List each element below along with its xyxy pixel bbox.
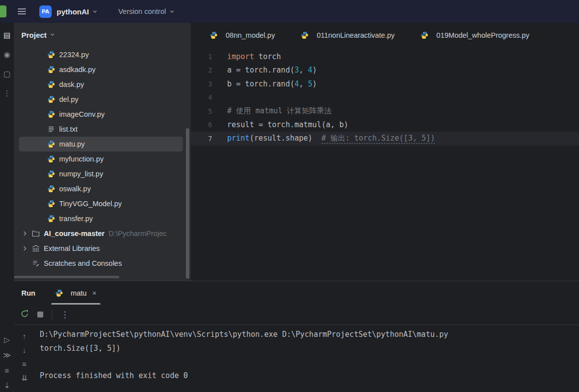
project-badge[interactable]: PA (39, 5, 52, 18)
console-line: torch.Size([3, 5]) (40, 342, 579, 356)
tree-item-label: transfer.py (59, 215, 93, 223)
soft-wrap-icon[interactable]: ≡ (22, 360, 27, 368)
editor-tab-08nn-model-py[interactable]: 08nn_model.py (197, 23, 288, 47)
chevron-right-icon[interactable] (21, 244, 32, 252)
chevron-down-icon (168, 8, 175, 15)
tree-item-label: Scratches and Consoles (44, 259, 122, 267)
more-options-icon[interactable]: ⋮ (61, 310, 69, 320)
horizontal-scrollbar[interactable] (14, 276, 119, 278)
version-control-label: Version control (118, 7, 166, 15)
text-icon (47, 125, 55, 133)
version-control-button[interactable]: Version control (118, 7, 175, 15)
tree-item-imageconv-py[interactable]: imageConv.py (14, 107, 184, 122)
toolbar-separator (52, 310, 52, 319)
project-panel-header[interactable]: Project (14, 23, 184, 47)
console-line: D:\PycharmProjectSet\pythonAI\venv\Scrip… (40, 328, 579, 342)
editor-tabs: 08nn_model.py011nonLinearactivate.py019M… (191, 23, 579, 47)
tree-item-label: dask.py (59, 80, 84, 88)
code-text: print(result.shape) # 输出: torch.Size([3,… (227, 134, 435, 143)
main-toolbar: PA pythonAI Version control (0, 0, 579, 23)
console-output[interactable]: D:\PycharmProjectSet\pythonAI\venv\Scrip… (35, 325, 579, 392)
tree-item-numpy-list-py[interactable]: numpy_list.py (14, 166, 184, 181)
close-icon[interactable]: × (92, 289, 96, 297)
tree-item-dask-py[interactable]: dask.py (14, 77, 184, 92)
run-header: Run matu × (14, 281, 579, 305)
project-scrollbar-track[interactable] (184, 23, 191, 281)
python-icon (47, 185, 55, 193)
rerun-button[interactable] (20, 310, 29, 320)
code-line-7[interactable]: 7print(result.shape) # 输出: torch.Size([3… (191, 132, 579, 146)
tool-window-stripe: ▤ ◉ ▢ ⋮ ▷ ≫ ≡ ⇣ (0, 23, 14, 392)
problems-tool-icon[interactable]: ⇣ (4, 381, 10, 390)
tree-item-22324-py[interactable]: 22324.py (14, 47, 184, 62)
scroll-to-end-icon[interactable]: ⇊ (21, 374, 28, 383)
terminal-tool-icon[interactable]: ≫ (3, 351, 11, 360)
more-tools-icon[interactable]: ⋮ (3, 89, 11, 98)
line-number: 1 (191, 53, 227, 61)
python-icon (47, 170, 55, 178)
run-tab-matu[interactable]: matu × (50, 281, 101, 305)
tree-item-label: 22324.py (59, 51, 89, 59)
code-text: # 使用 matmul 计算矩阵乘法 (227, 106, 331, 116)
python-icon (47, 155, 55, 163)
code-line-2[interactable]: 2a = torch.rand(3, 4) (191, 64, 579, 78)
tree-item-del-py[interactable]: del.py (14, 92, 184, 107)
editor-area: 08nn_model.py011nonLinearactivate.py019M… (191, 23, 579, 281)
run-tool-icon[interactable]: ▷ (4, 335, 10, 344)
run-console: ↑ ↓ ≡ ⇊ D:\PycharmProjectSet\pythonAI\ve… (14, 325, 579, 392)
down-arrow-icon[interactable]: ↓ (22, 346, 26, 354)
run-toolbar: ⋮ (14, 305, 579, 325)
chevron-down-icon[interactable] (91, 8, 98, 15)
project-name-button[interactable]: pythonAI (57, 7, 89, 16)
line-number: 2 (191, 66, 227, 74)
editor-tab-label: 08nn_model.py (226, 31, 275, 39)
code-line-6[interactable]: 6result = torch.matmul(a, b) (191, 118, 579, 132)
project-tree: 22324.pyasdkadk.pydask.pydel.pyimageConv… (14, 47, 184, 281)
tree-item-label: imageConv.py (59, 110, 105, 118)
tree-item-asdkadk-py[interactable]: asdkadk.py (14, 62, 184, 77)
console-line: Process finished with exit code 0 (40, 369, 579, 383)
code-area[interactable]: 1import torch2a = torch.rand(3, 4)3b = t… (191, 47, 579, 281)
chevron-right-icon[interactable] (21, 230, 32, 237)
scrollbar-thumb[interactable] (186, 128, 189, 279)
tree-item-ai-course-master[interactable]: AI_course-masterD:\PycharmProjec (14, 226, 184, 241)
code-text: a = torch.rand(3, 4) (227, 66, 317, 75)
tree-item-tinyvgg-model-py[interactable]: TinyVGG_Model.py (14, 196, 184, 211)
editor-tab-011nonlinearactivate-py[interactable]: 011nonLinearactivate.py (288, 23, 408, 47)
editor-tab-label: 011nonLinearactivate.py (317, 31, 395, 39)
code-line-3[interactable]: 3b = torch.rand(4, 5) (191, 77, 579, 91)
project-panel-title: Project (21, 31, 47, 39)
chevron-down-icon[interactable] (49, 31, 56, 40)
up-arrow-icon[interactable]: ↑ (22, 332, 26, 340)
project-tool-icon[interactable]: ▤ (3, 31, 10, 40)
code-line-4[interactable]: 4 (191, 91, 579, 105)
hamburger-menu-icon[interactable] (17, 8, 26, 15)
line-number: 3 (191, 80, 227, 88)
code-line-5[interactable]: 5# 使用 matmul 计算矩阵乘法 (191, 104, 579, 118)
editor-tab-label: 019Model_wholeProgress.py (436, 31, 529, 39)
tree-item-scratches-and-consoles[interactable]: Scratches and Consoles (14, 256, 184, 271)
tree-item-oswalk-py[interactable]: oswalk.py (14, 181, 184, 196)
tree-item-path: D:\PycharmProjec (109, 230, 167, 237)
bookmarks-tool-icon[interactable]: ◉ (3, 50, 10, 59)
stop-button[interactable] (37, 312, 43, 317)
tree-item-transfer-py[interactable]: transfer.py (14, 211, 184, 226)
run-tab-label: matu (71, 289, 86, 297)
services-tool-icon[interactable]: ≡ (5, 366, 9, 375)
code-line-1[interactable]: 1import torch (191, 50, 579, 64)
tree-item-label: AI_course-master (44, 230, 105, 237)
structure-tool-icon[interactable]: ▢ (3, 70, 10, 78)
tree-item-matu-py[interactable]: matu.py (19, 137, 183, 152)
tree-item-label: External Libraries (44, 244, 100, 252)
line-number: 6 (191, 121, 227, 129)
tree-item-list-txt[interactable]: list.txt (14, 122, 184, 137)
tree-item-label: matu.py (59, 140, 85, 148)
tree-item-label: oswalk.py (59, 185, 91, 193)
editor-tab-019model-wholeprogress-py[interactable]: 019Model_wholeProgress.py (408, 23, 542, 47)
scratch-icon (32, 259, 40, 267)
run-tool-window: Run matu × ⋮ ↑ (14, 281, 579, 392)
python-icon (47, 66, 55, 74)
library-icon (32, 244, 40, 252)
tree-item-myfunction-py[interactable]: myfunction.py (14, 152, 184, 166)
tree-item-external-libraries[interactable]: External Libraries (14, 241, 184, 256)
